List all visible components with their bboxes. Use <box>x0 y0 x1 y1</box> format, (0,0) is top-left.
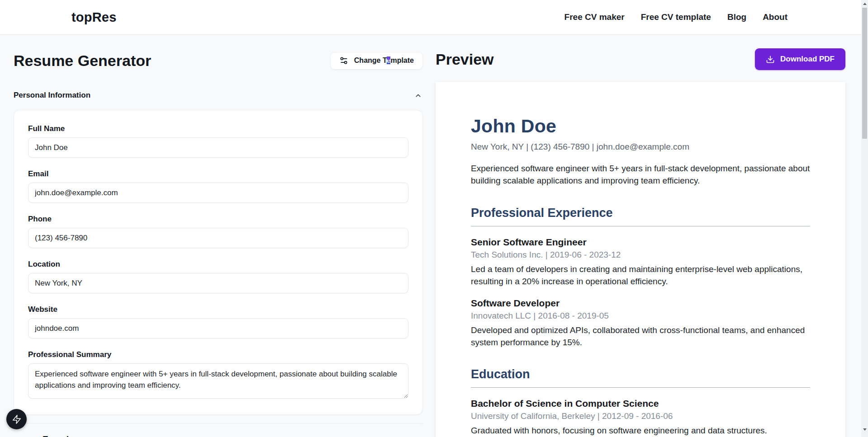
section-title: Personal Information <box>14 91 90 100</box>
resume-entry: Senior Software Engineer Tech Solutions … <box>471 237 810 287</box>
download-icon <box>766 55 775 64</box>
main-nav: Free CV maker Free CV template Blog Abou… <box>564 12 787 22</box>
section-divider <box>14 423 423 423</box>
phone-label: Phone <box>28 215 408 224</box>
phone-input[interactable] <box>28 228 408 248</box>
full-name-input[interactable] <box>28 137 408 158</box>
entry-title: Senior Software Engineer <box>471 237 810 248</box>
email-label: Email <box>28 169 408 179</box>
website-label: Website <box>28 305 408 314</box>
field-website: Website <box>28 305 408 338</box>
field-location: Location <box>28 260 408 293</box>
email-input[interactable] <box>28 183 408 203</box>
location-input[interactable] <box>28 273 408 293</box>
resume-section-experience: Professional Experience Senior Software … <box>471 206 810 348</box>
field-full-name: Full Name <box>28 124 408 158</box>
personal-information-section-toggle[interactable]: Personal Information <box>14 91 423 100</box>
resume-section-education: Education Bachelor of Science in Compute… <box>471 367 810 437</box>
entry-description: Developed and optimized APIs, collaborat… <box>471 324 810 348</box>
location-label: Location <box>28 260 408 269</box>
preview-header-row: Preview Download PDF <box>436 48 845 70</box>
nav-free-cv-maker[interactable]: Free CV maker <box>564 12 625 22</box>
preview-panel: Preview Download PDF John Doe New York, … <box>436 35 845 437</box>
professional-summary-label: Professional Summary <box>28 350 408 359</box>
entry-description: Led a team of developers in creating and… <box>471 263 810 287</box>
sliders-icon <box>339 56 348 65</box>
vertical-scrollbar[interactable] <box>861 0 868 437</box>
text-selection-highlight: e <box>387 56 391 64</box>
full-name-label: Full Name <box>28 124 408 133</box>
resume-contact-line: New York, NY | (123) 456-7890 | john.doe… <box>471 142 810 152</box>
download-pdf-label: Download PDF <box>780 55 835 64</box>
lightning-fab-button[interactable] <box>6 409 27 429</box>
page-title: Resume Generator <box>14 52 151 70</box>
entry-meta: Innovatech LLC | 2016-08 - 2019-05 <box>471 311 810 321</box>
resume-section-heading: Professional Experience <box>471 206 810 226</box>
chevron-up-icon <box>414 92 422 99</box>
personal-information-card: Full Name Email Phone Location Website P… <box>14 110 423 415</box>
nav-about[interactable]: About <box>763 12 787 22</box>
resume-section-heading: Education <box>471 367 810 388</box>
website-input[interactable] <box>28 318 408 338</box>
entry-meta: Tech Solutions Inc. | 2019-06 - 2023-12 <box>471 250 810 260</box>
entry-title: Bachelor of Science in Computer Science <box>471 398 810 409</box>
nav-blog[interactable]: Blog <box>727 12 746 22</box>
main-content: Resume Generator Change Template Persona… <box>0 35 868 437</box>
top-navigation-bar: topRes Free CV maker Free CV template Bl… <box>0 0 868 35</box>
scrollbar-thumb[interactable] <box>862 8 867 139</box>
field-professional-summary: Professional Summary Experienced softwar… <box>28 350 408 400</box>
nav-free-cv-template[interactable]: Free CV template <box>641 12 711 22</box>
resume-preview-page: John Doe New York, NY | (123) 456-7890 |… <box>436 82 845 437</box>
entry-meta: University of California, Berkeley | 201… <box>471 411 810 421</box>
lightning-icon <box>12 414 22 424</box>
experience-section-toggle-partial[interactable]: Experience <box>43 434 423 437</box>
preview-title: Preview <box>436 51 494 68</box>
generator-header-row: Resume Generator Change Template <box>14 50 423 71</box>
brand-logo[interactable]: topRes <box>71 10 117 25</box>
triangle-down-icon <box>863 428 867 431</box>
resume-summary: Experienced software engineer with 5+ ye… <box>471 163 810 187</box>
resume-entry: Bachelor of Science in Computer Science … <box>471 398 810 437</box>
change-template-button[interactable]: Change Template <box>330 52 423 70</box>
entry-description: Graduated with honors, focusing on softw… <box>471 425 810 437</box>
download-pdf-button[interactable]: Download PDF <box>755 48 845 70</box>
generator-panel: Resume Generator Change Template Persona… <box>14 35 423 437</box>
scrollbar-up-button[interactable] <box>861 0 868 8</box>
change-template-label: Change Template <box>354 56 414 65</box>
resume-entry: Software Developer Innovatech LLC | 2016… <box>471 298 810 348</box>
resume-name: John Doe <box>471 116 810 137</box>
field-email: Email <box>28 169 408 203</box>
professional-summary-textarea[interactable]: Experienced software engineer with 5+ ye… <box>28 363 408 399</box>
triangle-up-icon <box>863 3 867 5</box>
field-phone: Phone <box>28 215 408 248</box>
scrollbar-down-button[interactable] <box>861 426 868 433</box>
entry-title: Software Developer <box>471 298 810 309</box>
